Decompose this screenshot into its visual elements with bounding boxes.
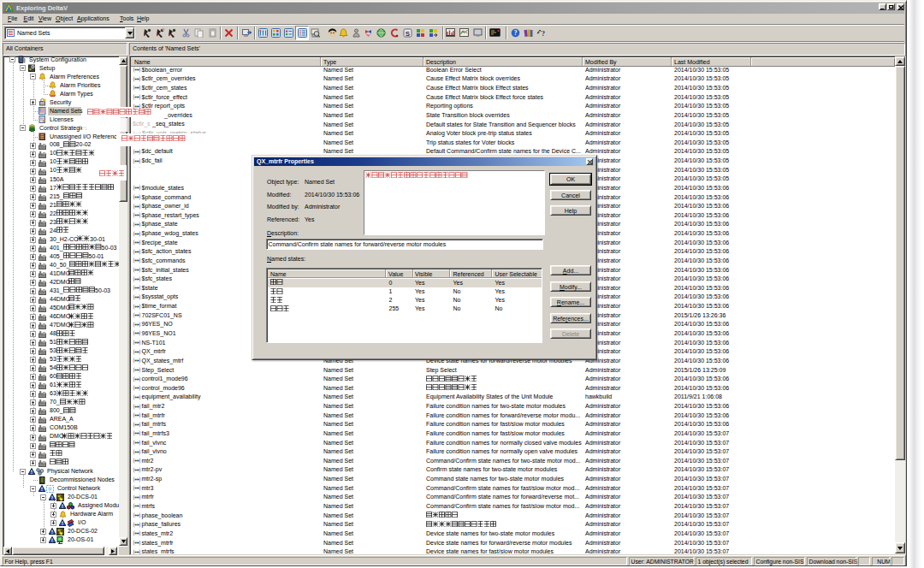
svg-text:?: ? <box>542 30 545 38</box>
svg-text:?: ? <box>514 29 518 37</box>
svg-text:S: S <box>406 30 411 38</box>
